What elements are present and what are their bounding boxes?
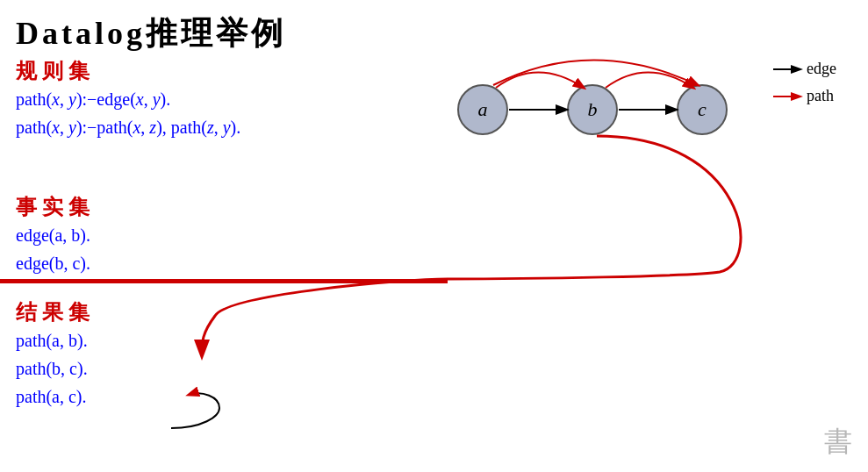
page-title: Datalog推理举例 <box>16 12 286 55</box>
legend-edge: edge <box>771 60 859 78</box>
graph-diagram: a b c <box>430 48 755 162</box>
path-arrow-icon <box>771 89 807 104</box>
results-label: 结果集 <box>16 298 95 326</box>
section-divider <box>0 279 448 283</box>
svg-text:b: b <box>588 98 598 120</box>
rules-label: 规则集 <box>16 57 240 85</box>
watermark: 書 <box>824 423 852 461</box>
facts-section: 事实集 edge(a, b). edge(b, c). <box>16 193 95 277</box>
legend-path: path <box>771 87 859 105</box>
legend: edge path <box>771 60 859 114</box>
path-label: path <box>807 87 834 105</box>
result-line-1: path(a, b). <box>16 326 95 354</box>
edge-label: edge <box>807 60 836 78</box>
fact-line-2: edge(b, c). <box>16 249 95 277</box>
facts-label: 事实集 <box>16 193 95 221</box>
results-section: 结果集 path(a, b). path(b, c). path(a, c). <box>16 298 95 411</box>
edge-arrow-icon <box>771 62 807 76</box>
svg-text:a: a <box>478 98 488 120</box>
fact-line-1: edge(a, b). <box>16 221 95 249</box>
result-line-2: path(b, c). <box>16 354 95 383</box>
rule-line-1: path(x, y):−edge(x, y). <box>16 85 240 113</box>
rules-section: 规则集 path(x, y):−edge(x, y). path(x, y):−… <box>16 57 240 141</box>
rule-line-2: path(x, y):−path(x, z), path(z, y). <box>16 113 240 141</box>
svg-text:c: c <box>698 98 707 120</box>
result-line-3: path(a, c). <box>16 383 95 411</box>
